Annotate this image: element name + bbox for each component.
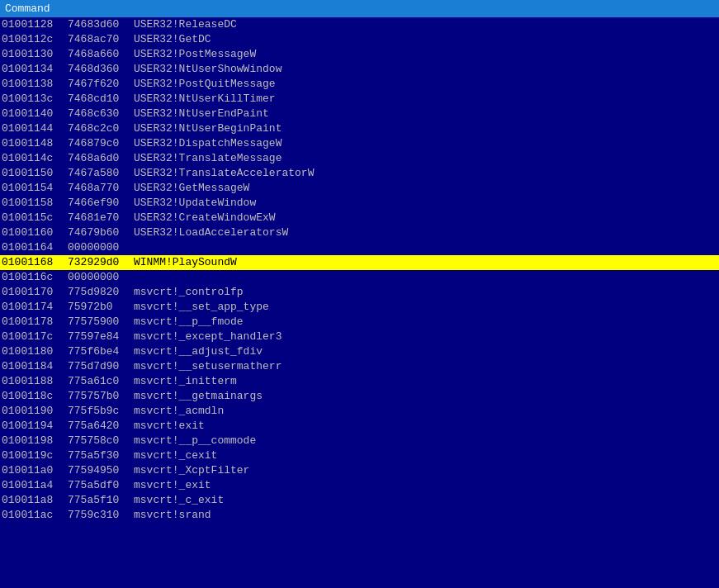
table-row[interactable]: 0100113c 7468cd10 USER32!NtUserKillTimer — [0, 92, 719, 107]
table-row[interactable]: 01001178 77575900 msvcrt!__p__fmode — [0, 315, 719, 330]
value-cell: 732929d0 — [68, 255, 134, 270]
symbol-cell: msvcrt!exit — [134, 419, 205, 434]
table-row[interactable]: 01001154 7468a770 USER32!GetMessageW — [0, 181, 719, 196]
table-row[interactable]: 010011a8 775a5f10 msvcrt!_c_exit — [0, 493, 719, 508]
table-row[interactable]: 01001130 7468a660 USER32!PostMessageW — [0, 47, 719, 62]
address-cell: 01001164 — [2, 240, 68, 255]
table-row[interactable]: 0100118c 775757b0 msvcrt!__getmainargs — [0, 389, 719, 404]
address-cell: 01001138 — [2, 77, 68, 92]
symbol-cell: WINMM!PlaySoundW — [134, 255, 237, 270]
symbol-cell: msvcrt!_initterm — [134, 374, 237, 389]
table-row[interactable]: 01001144 7468c2c0 USER32!NtUserBeginPain… — [0, 121, 719, 136]
value-cell: 7468c630 — [68, 107, 134, 121]
address-cell: 01001150 — [2, 166, 68, 181]
title-label: Command — [5, 2, 50, 15]
value-cell: 775a5df0 — [68, 478, 134, 493]
table-row[interactable]: 01001180 775f6be4 msvcrt!__adjust_fdiv — [0, 344, 719, 359]
address-cell: 01001130 — [2, 47, 68, 62]
address-cell: 0100117c — [2, 330, 68, 344]
address-cell: 010011a4 — [2, 478, 68, 493]
table-row[interactable]: 01001190 775f5b9c msvcrt!_acmdln — [0, 404, 719, 419]
address-cell: 010011ac — [2, 508, 68, 523]
address-cell: 01001170 — [2, 285, 68, 300]
symbol-cell: USER32!LoadAcceleratorsW — [134, 225, 288, 240]
address-cell: 010011a8 — [2, 493, 68, 508]
address-cell: 01001178 — [2, 315, 68, 330]
table-row[interactable]: 01001170 775d9820 msvcrt!_controlfp — [0, 285, 719, 300]
symbol-cell: USER32!CreateWindowExW — [134, 211, 276, 225]
symbol-cell: msvcrt!__set_app_type — [134, 300, 269, 315]
symbol-cell: USER32!PostMessageW — [134, 47, 256, 62]
symbol-cell: msvcrt!_cexit — [134, 448, 217, 463]
value-cell: 77594950 — [68, 463, 134, 478]
value-cell: 74681e70 — [68, 211, 134, 225]
table-row[interactable]: 01001148 746879c0 USER32!DispatchMessage… — [0, 136, 719, 151]
address-cell: 01001184 — [2, 359, 68, 374]
table-row[interactable]: 01001160 74679b60 USER32!LoadAccelerator… — [0, 225, 719, 240]
table-row[interactable]: 01001188 775a61c0 msvcrt!_initterm — [0, 374, 719, 389]
address-cell: 0100114c — [2, 151, 68, 166]
value-cell: 7468a770 — [68, 181, 134, 196]
value-cell: 775a61c0 — [68, 374, 134, 389]
table-row[interactable]: 01001128 74683d60 USER32!ReleaseDC — [0, 17, 719, 32]
address-cell: 01001198 — [2, 434, 68, 448]
table-row[interactable]: 01001194 775a6420 msvcrt!exit — [0, 419, 719, 434]
value-cell: 746879c0 — [68, 136, 134, 151]
address-cell: 01001154 — [2, 181, 68, 196]
value-cell: 7468cd10 — [68, 92, 134, 107]
table-row[interactable]: 0100112c 7468ac70 USER32!GetDC — [0, 32, 719, 47]
symbol-cell: msvcrt!_controlfp — [134, 285, 244, 300]
table-row[interactable]: 010011a0 77594950 msvcrt!_XcptFilter — [0, 463, 719, 478]
table-row[interactable]: 0100114c 7468a6d0 USER32!TranslateMessag… — [0, 151, 719, 166]
table-row[interactable]: 01001198 775758c0 msvcrt!__p__commode — [0, 434, 719, 448]
value-cell: 7468a660 — [68, 47, 134, 62]
symbol-cell: USER32!ReleaseDC — [134, 17, 237, 32]
symbol-cell: msvcrt!__adjust_fdiv — [134, 344, 263, 359]
address-cell: 01001128 — [2, 17, 68, 32]
symbol-cell: msvcrt!_c_exit — [134, 493, 224, 508]
value-cell: 77597e84 — [68, 330, 134, 344]
value-cell: 775a5f30 — [68, 448, 134, 463]
table-row[interactable]: 010011ac 7759c310 msvcrt!srand — [0, 508, 719, 523]
address-cell: 0100116c — [2, 270, 68, 285]
address-cell: 01001174 — [2, 300, 68, 315]
table-row[interactable]: 010011a4 775a5df0 msvcrt!_exit — [0, 478, 719, 493]
table-row[interactable]: 01001140 7468c630 USER32!NtUserEndPaint — [0, 107, 719, 121]
address-cell: 01001144 — [2, 121, 68, 136]
table-row[interactable]: 01001184 775d7d90 msvcrt!__setusermather… — [0, 359, 719, 374]
table-row[interactable]: 0100119c 775a5f30 msvcrt!_cexit — [0, 448, 719, 463]
table-row[interactable]: 0100117c 77597e84 msvcrt!_except_handler… — [0, 330, 719, 344]
table-row[interactable]: 01001168 732929d0 WINMM!PlaySoundW — [0, 255, 719, 270]
table-row[interactable]: 0100116c 00000000 — [0, 270, 719, 285]
table-row[interactable]: 0100115c 74681e70 USER32!CreateWindowExW — [0, 211, 719, 225]
symbol-cell: USER32!TranslateMessage — [134, 151, 281, 166]
address-cell: 0100112c — [2, 32, 68, 47]
table-row[interactable]: 01001164 00000000 — [0, 240, 719, 255]
address-cell: 0100119c — [2, 448, 68, 463]
table-row[interactable]: 01001138 7467f620 USER32!PostQuitMessage — [0, 77, 719, 92]
address-cell: 01001158 — [2, 196, 68, 211]
value-cell: 74683d60 — [68, 17, 134, 32]
value-cell: 775757b0 — [68, 389, 134, 404]
symbol-cell: USER32!DispatchMessageW — [134, 136, 281, 151]
address-cell: 01001134 — [2, 62, 68, 77]
value-cell: 7468c2c0 — [68, 121, 134, 136]
address-cell: 01001160 — [2, 225, 68, 240]
address-cell: 0100118c — [2, 389, 68, 404]
table-row[interactable]: 01001134 7468d360 USER32!NtUserShowWindo… — [0, 62, 719, 77]
symbol-cell: USER32!PostQuitMessage — [134, 77, 276, 92]
value-cell: 7467f620 — [68, 77, 134, 92]
value-cell: 77575900 — [68, 315, 134, 330]
table-row[interactable]: 01001158 7466ef90 USER32!UpdateWindow — [0, 196, 719, 211]
value-cell: 775d7d90 — [68, 359, 134, 374]
value-cell: 775f6be4 — [68, 344, 134, 359]
address-cell: 01001140 — [2, 107, 68, 121]
table-row[interactable]: 01001150 7467a580 USER32!TranslateAccele… — [0, 166, 719, 181]
symbol-cell: USER32!NtUserKillTimer — [134, 92, 276, 107]
symbol-cell: msvcrt!__p__commode — [134, 434, 256, 448]
value-cell: 00000000 — [68, 240, 134, 255]
symbol-cell: USER32!NtUserEndPaint — [134, 107, 269, 121]
table-row[interactable]: 01001174 75972b0 msvcrt!__set_app_type — [0, 300, 719, 315]
address-cell: 01001148 — [2, 136, 68, 151]
symbol-cell: msvcrt!_exit — [134, 478, 211, 493]
